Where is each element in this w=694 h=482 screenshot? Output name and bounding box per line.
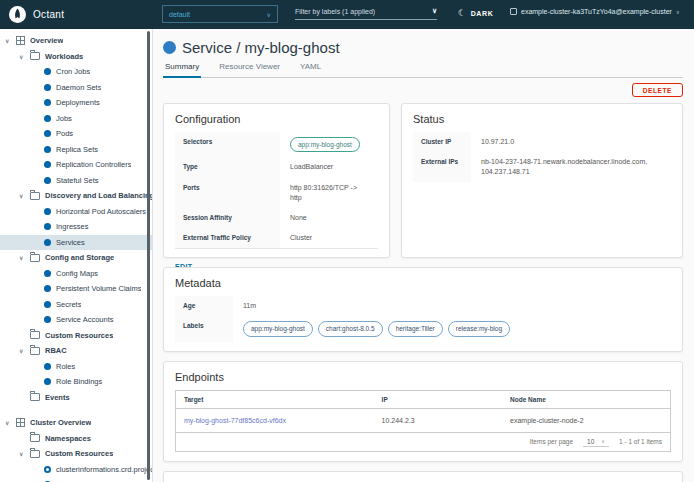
- apps-icon: [16, 36, 25, 45]
- row-key: Age: [175, 296, 233, 316]
- resource-icon: [44, 84, 51, 91]
- folder-icon: [30, 52, 40, 60]
- row-key: Labels: [175, 316, 233, 341]
- sidebar-item-roles[interactable]: Roles: [0, 359, 152, 375]
- sidebar-item-cron-jobs[interactable]: Cron Jobs: [0, 64, 152, 80]
- namespace-select[interactable]: default ∨: [162, 5, 278, 23]
- service-icon: [163, 41, 176, 54]
- caret-down-icon[interactable]: ∨: [5, 419, 16, 426]
- custom-resource-icon: [44, 466, 51, 473]
- config-row-type: Type LoadBalancer: [175, 157, 378, 177]
- resource-icon: [44, 316, 51, 323]
- sidebar-item-role-bindings[interactable]: Role Bindings: [0, 374, 152, 390]
- sidebar-item-label: Daemon Sets: [56, 83, 101, 92]
- folder-icon: [30, 393, 40, 401]
- sidebar-item-secrets[interactable]: Secrets: [0, 297, 152, 313]
- chevron-down-icon: ∨: [676, 9, 680, 15]
- tab-resource-viewer[interactable]: Resource Viewer: [217, 62, 282, 77]
- sidebar-item-service-accounts[interactable]: Service Accounts: [0, 312, 152, 328]
- sidebar-item-label: RBAC: [45, 346, 67, 355]
- label-tag[interactable]: chart:ghost-8.0.5: [318, 321, 383, 336]
- resource-icon: [44, 99, 51, 106]
- sidebar-item-label: Custom Resources: [45, 331, 113, 340]
- sidebar-item-config-and-storage[interactable]: ∨ Config and Storage: [0, 250, 152, 266]
- kube-context-selector[interactable]: example-cluster-ka3TuTzYo4a@example-clus…: [510, 8, 680, 15]
- sidebar-item-rbac[interactable]: ∨ RBAC: [0, 343, 152, 359]
- sidebar-item-label: Cluster Overview: [30, 418, 91, 427]
- sidebar-item-label: Custom Resources: [45, 449, 113, 458]
- sidebar-item-cluster-overview[interactable]: ∨ Cluster Overview: [0, 415, 152, 431]
- caret-down-icon[interactable]: ∨: [19, 53, 30, 60]
- resource-icon: [44, 363, 51, 370]
- sidebar-item-replica-sets[interactable]: Replica Sets: [0, 142, 152, 158]
- tab-yaml[interactable]: YAML: [298, 62, 323, 77]
- sidebar-item-config-maps[interactable]: Config Maps: [0, 266, 152, 282]
- configuration-card: Configuration Selectors app:my-blog-ghos…: [163, 103, 390, 258]
- caret-down-icon[interactable]: ∨: [5, 37, 16, 44]
- row-key: External Traffic Policy: [175, 228, 280, 248]
- resource-icon: [44, 115, 51, 122]
- sidebar-item-services[interactable]: Services: [0, 235, 152, 251]
- caret-down-icon[interactable]: ∨: [19, 192, 30, 199]
- endpoint-target-link[interactable]: my-blog-ghost-77df85c6cd-vf6dx: [184, 417, 286, 424]
- sidebar-item-deployments[interactable]: Deployments: [0, 95, 152, 111]
- row-key: Type: [175, 157, 280, 177]
- theme-toggle[interactable]: ☾ DARK: [458, 8, 493, 18]
- label-filter-input[interactable]: Filter by labels (1 applied) ∨: [295, 7, 437, 20]
- sidebar-scrollbar[interactable]: [147, 31, 150, 480]
- chevron-down-icon: ∨: [267, 11, 271, 18]
- sidebar-item-label: Workloads: [45, 52, 83, 61]
- metadata-row-age: Age 11m: [175, 296, 671, 316]
- sidebar-item-discovery-and-load-balancing[interactable]: ∨ Discovery and Load Balancing: [0, 188, 152, 204]
- sidebar-item-namespaces[interactable]: Namespaces: [0, 431, 152, 447]
- tab-summary[interactable]: Summary: [163, 62, 201, 78]
- label-tag[interactable]: release:my-blog: [448, 321, 510, 336]
- card-title: Status: [413, 113, 671, 125]
- table-header-row: Target IP Node Name: [176, 391, 670, 409]
- caret-down-icon[interactable]: ∨: [19, 450, 30, 457]
- items-per-page-select[interactable]: 10 ∨: [583, 437, 609, 447]
- column-header-target: Target: [176, 391, 374, 408]
- column-header-ip: IP: [374, 391, 502, 408]
- sidebar-item-label: Ingresses: [56, 222, 89, 231]
- row-value: 11m: [233, 296, 266, 316]
- page-title: Service / my-blog-ghost: [182, 39, 340, 56]
- status-table: Cluster IP 10.97.21.0 External IPs nb-10…: [413, 132, 671, 182]
- sidebar-item-persistent-volume-claims[interactable]: Persistent Volume Claims: [0, 281, 152, 297]
- sidebar-item-daemon-sets[interactable]: Daemon Sets: [0, 80, 152, 96]
- status-row-cluster-ip: Cluster IP 10.97.21.0: [413, 132, 671, 152]
- metadata-card: Metadata Age 11m Labels app:my-blog-ghos…: [163, 267, 683, 352]
- sidebar-item-custom-resources[interactable]: Custom Resources: [0, 328, 152, 344]
- tab-bar: Summary Resource Viewer YAML: [163, 62, 683, 78]
- resource-icon: [44, 68, 51, 75]
- endpoint-node-name: example-cluster-node-2: [502, 409, 670, 432]
- sidebar-item-clusterinformations[interactable]: clusterinformations.crd.projec: [0, 462, 152, 478]
- sidebar-item-jobs[interactable]: Jobs: [0, 111, 152, 127]
- caret-down-icon[interactable]: ∨: [19, 254, 30, 261]
- resource-icon: [44, 130, 51, 137]
- sidebar-item-workloads[interactable]: ∨ Workloads: [0, 49, 152, 65]
- label-tag[interactable]: heritage:Tiller: [388, 321, 443, 336]
- config-row-selectors: Selectors app:my-blog-ghost: [175, 132, 378, 157]
- caret-down-icon[interactable]: ∨: [19, 347, 30, 354]
- row-key: External IPs: [413, 152, 471, 182]
- sidebar-item-label: Pods: [56, 129, 73, 138]
- sidebar-item-replication-controllers[interactable]: Replication Controllers: [0, 157, 152, 173]
- resource-icon: [44, 208, 51, 215]
- sidebar-item-csidrivers[interactable]: csidrivers.csi.storage.k8s.io: [0, 477, 152, 482]
- sidebar-item-label: clusterinformations.crd.projec: [56, 465, 152, 474]
- action-bar: DELETE: [163, 83, 683, 97]
- sidebar-item-horizontal-pod-autoscalers[interactable]: Horizontal Pod Autoscalers: [0, 204, 152, 220]
- delete-button[interactable]: DELETE: [632, 83, 683, 97]
- selector-tag[interactable]: app:my-blog-ghost: [290, 137, 360, 152]
- sidebar-item-cluster-custom-resources[interactable]: ∨ Custom Resources: [0, 446, 152, 462]
- sidebar-item-events[interactable]: Events: [0, 390, 152, 406]
- configuration-table: Selectors app:my-blog-ghost Type LoadBal…: [175, 132, 378, 248]
- items-per-page-label: Items per page: [530, 438, 573, 445]
- label-tag[interactable]: app:my-blog-ghost: [243, 321, 313, 336]
- sidebar-item-overview[interactable]: ∨ Overview: [0, 33, 152, 49]
- app-title: Octant: [33, 9, 64, 20]
- sidebar-item-stateful-sets[interactable]: Stateful Sets: [0, 173, 152, 189]
- sidebar-item-pods[interactable]: Pods: [0, 126, 152, 142]
- sidebar-item-ingresses[interactable]: Ingresses: [0, 219, 152, 235]
